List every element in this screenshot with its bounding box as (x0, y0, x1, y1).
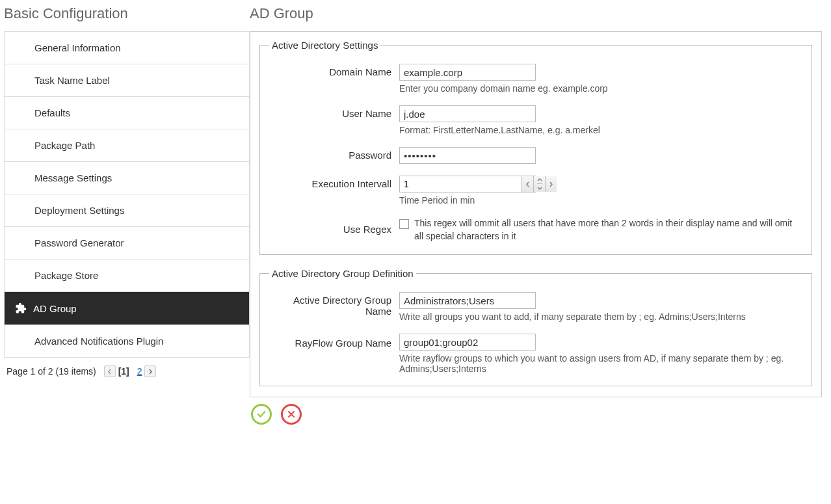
legend-ad-group-definition: Active Directory Group Definition (269, 268, 416, 279)
spinner-large-increment[interactable] (545, 176, 557, 192)
input-ad-group-name[interactable] (399, 292, 536, 309)
sidebar-item-label: Task Name Label (34, 75, 110, 86)
confirm-button[interactable] (251, 404, 272, 425)
sidebar-item-label: General Information (34, 42, 121, 53)
sidebar-item-label: Message Settings (34, 172, 112, 183)
sidebar-item-advanced-notifications-plugin[interactable]: Advanced Notifications Plugin (5, 325, 249, 358)
spinner-decrement[interactable] (537, 184, 542, 192)
cancel-button[interactable] (281, 404, 302, 425)
sidebar-item-label: Password Generator (34, 237, 124, 248)
input-domain-name[interactable] (399, 64, 536, 81)
sidebar-list: General Information Task Name Label Defa… (4, 31, 250, 358)
sidebar-item-label: Advanced Notifications Plugin (34, 336, 163, 347)
sidebar-item-general-information[interactable]: General Information (5, 32, 249, 64)
sidebar-item-password-generator[interactable]: Password Generator (5, 227, 249, 259)
sidebar-item-label: AD Group (33, 303, 77, 314)
sidebar-item-task-name-label[interactable]: Task Name Label (5, 64, 249, 97)
sidebar-item-label: Package Store (34, 270, 98, 281)
fieldset-ad-group-definition: Active Directory Group Definition Active… (259, 268, 812, 386)
hint-user-name: Format: FirstLetterName.LastName, e.g. a… (399, 125, 802, 135)
hint-domain-name: Enter you company domain name eg. exampl… (399, 83, 802, 94)
sidebar-item-defaults[interactable]: Defaults (5, 97, 249, 129)
sidebar-item-label: Deployment Settings (34, 205, 124, 216)
pagination-text: Page 1 of 2 (19 items) (7, 366, 96, 377)
pagination: Page 1 of 2 (19 items) [1] 2 (4, 358, 250, 385)
spinner-large-decrement[interactable] (521, 176, 533, 192)
sidebar-title: Basic Configuration (4, 0, 250, 31)
form-container: Active Directory Settings Domain Name En… (250, 31, 822, 397)
input-password[interactable] (399, 147, 536, 164)
input-user-name[interactable] (399, 105, 536, 122)
label-use-regex: Use Regex (269, 217, 399, 235)
input-rayflow-group-name[interactable] (399, 334, 536, 351)
sidebar-item-package-path[interactable]: Package Path (5, 129, 249, 162)
spinner-step (533, 176, 545, 192)
label-user-name: User Name (269, 105, 399, 119)
fieldset-ad-settings: Active Directory Settings Domain Name En… (259, 40, 812, 255)
pagination-page-2[interactable]: 2 (137, 366, 142, 377)
label-domain-name: Domain Name (269, 64, 399, 77)
hint-execution-interval: Time Period in min (399, 195, 802, 206)
sidebar-item-ad-group[interactable]: AD Group (5, 292, 249, 325)
hint-ad-group-name: Write all groups you want to add, if man… (399, 312, 802, 322)
label-password: Password (269, 147, 399, 161)
checkbox-use-regex-label: This regex will ommit all users that hav… (414, 217, 802, 243)
sidebar-item-label: Defaults (34, 107, 70, 118)
execution-interval-spinner (399, 176, 536, 192)
sidebar-item-package-store[interactable]: Package Store (5, 259, 249, 292)
sidebar-item-message-settings[interactable]: Message Settings (5, 162, 249, 194)
legend-ad-settings: Active Directory Settings (269, 40, 380, 51)
sidebar-item-deployment-settings[interactable]: Deployment Settings (5, 194, 249, 227)
input-execution-interval[interactable] (400, 176, 521, 192)
page-title: AD Group (250, 0, 822, 31)
puzzle-icon (15, 302, 27, 314)
label-ad-group-name: Active Directory Group Name (269, 292, 399, 317)
pagination-current-page: [1] (118, 366, 129, 377)
hint-rayflow-group-name: Write rayflow groups to which you want t… (399, 353, 802, 374)
sidebar-item-label: Package Path (34, 140, 95, 151)
pagination-next-button[interactable] (144, 365, 156, 377)
spinner-increment[interactable] (537, 176, 542, 184)
pagination-prev-button[interactable] (104, 365, 116, 377)
label-execution-interval: Execution Intervall (269, 176, 399, 189)
label-rayflow-group-name: RayFlow Group Name (269, 334, 399, 349)
checkbox-use-regex[interactable] (399, 219, 409, 229)
